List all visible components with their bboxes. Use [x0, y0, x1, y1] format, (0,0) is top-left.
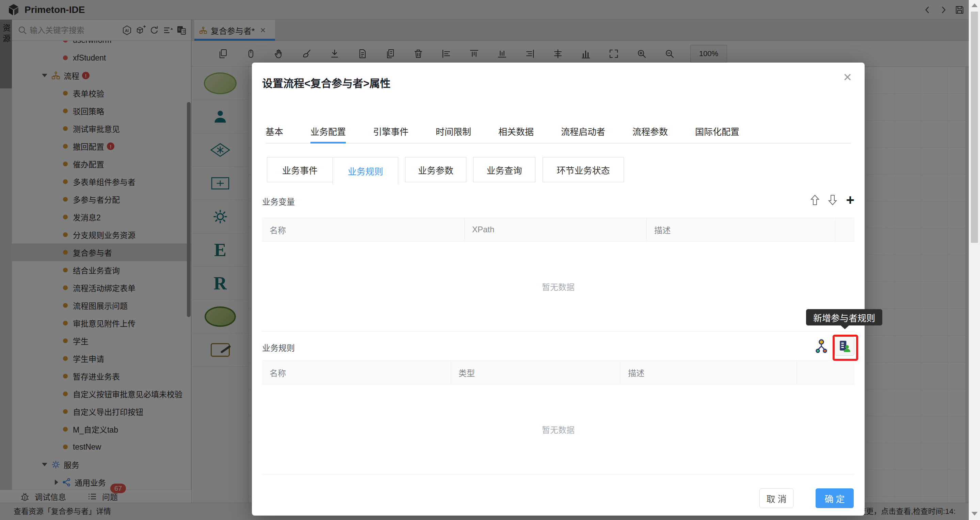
business-rules-table: 名称类型描述 暂无数据 [262, 360, 854, 474]
dialog-subtab[interactable]: 环节业务状态 [542, 157, 624, 182]
dialog-tab-label: 时间限制 [436, 127, 471, 137]
dialog-subtab[interactable]: 业务事件 [267, 157, 333, 182]
table-column-header: 名称 [262, 361, 451, 384]
add-variable-icon[interactable]: + [846, 193, 854, 207]
table-column-header: 描述 [620, 361, 797, 384]
tooltip: 新增参与者规则 [806, 309, 882, 325]
dialog-tab-label: 基本 [266, 127, 283, 137]
highlight-box [833, 335, 858, 361]
dialog-subtabs: 业务事件 业务规则 业务参数 业务查询 环节业务状态 [267, 157, 743, 184]
empty-table-state: 暂无数据 [262, 384, 854, 474]
dialog-subtab-label: 环节业务状态 [557, 163, 610, 176]
business-variables-table: 名称XPath描述 暂无数据 [262, 218, 854, 331]
table-column-header: 描述 [647, 218, 836, 241]
ok-button[interactable]: 确 定 [816, 488, 854, 508]
dialog-tab[interactable]: 引擎事件 [373, 126, 409, 138]
dialog-tab-label: 国际化配置 [695, 127, 739, 137]
dialog-close-icon[interactable]: × [843, 70, 852, 84]
table-column-header-empty [797, 361, 854, 384]
dialog-tab[interactable]: 流程参数 [632, 126, 668, 138]
table-column-header: XPath [465, 218, 647, 241]
dialog-title: 设置流程<复合参与者>属性 [262, 75, 390, 90]
move-down-icon[interactable] [828, 195, 837, 205]
dialog-tab[interactable]: 国际化配置 [695, 126, 739, 138]
empty-table-state: 暂无数据 [262, 241, 854, 331]
dialog-subtab[interactable]: 业务规则 [332, 157, 398, 184]
dialog-tab-label: 相关数据 [498, 127, 534, 137]
dialog-tab-label: 业务配置 [310, 127, 346, 137]
dialog-tab-label: 引擎事件 [373, 127, 409, 137]
dialog-tab[interactable]: 相关数据 [498, 126, 534, 138]
process-properties-dialog: × 设置流程<复合参与者>属性 基本 业务配置 引擎事件 时间限制 相关数据 流… [252, 63, 865, 515]
dialog-subtab-label: 业务参数 [418, 163, 453, 176]
dialog-tab[interactable]: 基本 [266, 126, 283, 138]
participant-rule-icon[interactable] [814, 338, 829, 354]
move-up-icon[interactable] [810, 195, 819, 205]
business-variables-label: 业务变量 [262, 195, 295, 207]
dialog-subtab-label: 业务查询 [487, 163, 522, 176]
dialog-subtab-label: 业务规则 [348, 165, 383, 177]
scroll-down-icon[interactable] [972, 512, 978, 515]
dialog-subtab[interactable]: 业务参数 [405, 157, 466, 182]
scroll-up-icon[interactable] [972, 3, 978, 7]
dialog-tab-label: 流程参数 [632, 127, 668, 137]
dialog-subtab-label: 业务事件 [282, 163, 318, 176]
dialog-tab-label: 流程启动者 [561, 127, 605, 137]
table-column-header: 类型 [451, 361, 620, 384]
table-column-header: 名称 [262, 218, 465, 241]
scrollbar-thumb[interactable] [971, 11, 978, 243]
table-column-header-empty [836, 218, 854, 241]
cancel-button[interactable]: 取 消 [759, 488, 794, 508]
dialog-tab[interactable]: 业务配置 [310, 126, 346, 138]
business-rules-label: 业务规则 [262, 341, 295, 354]
page-scrollbar[interactable] [969, 0, 980, 520]
dialog-subtab[interactable]: 业务查询 [473, 157, 535, 182]
dialog-tab[interactable]: 流程启动者 [561, 126, 605, 138]
dialog-tab[interactable]: 时间限制 [436, 126, 471, 138]
dialog-tabs: 基本 业务配置 引擎事件 时间限制 相关数据 流程启动者 流程参数 国际化配置 [266, 126, 851, 144]
